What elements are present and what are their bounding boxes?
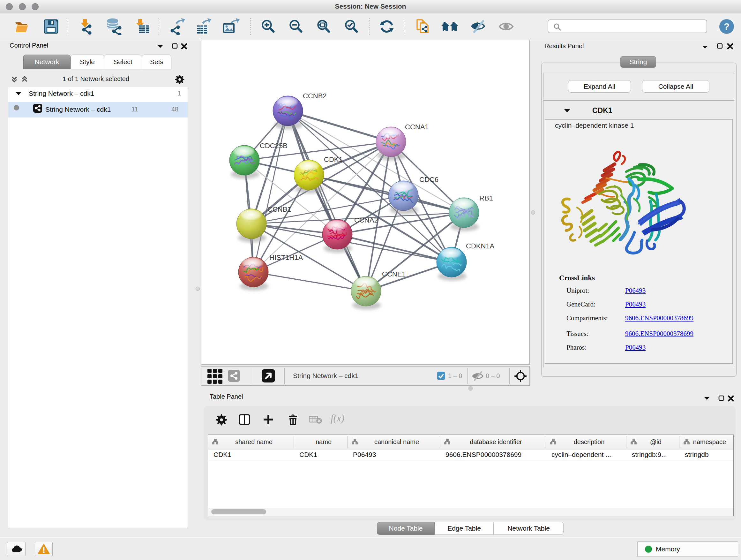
svg-text:CCNE1: CCNE1 <box>382 270 406 278</box>
svg-text:CCNA1: CCNA1 <box>405 123 429 131</box>
svg-text:CDC25B: CDC25B <box>260 142 287 150</box>
svg-text:CCNB2: CCNB2 <box>303 92 327 100</box>
svg-text:CDK1: CDK1 <box>324 155 343 164</box>
svg-text:CCNA2: CCNA2 <box>354 216 378 224</box>
svg-text:RB1: RB1 <box>479 194 493 202</box>
svg-text:CDC6: CDC6 <box>419 176 439 184</box>
svg-text:CCNB1: CCNB1 <box>267 205 291 213</box>
svg-text:HIST1H1A: HIST1H1A <box>269 253 303 261</box>
svg-text:CDKN1A: CDKN1A <box>466 242 495 250</box>
